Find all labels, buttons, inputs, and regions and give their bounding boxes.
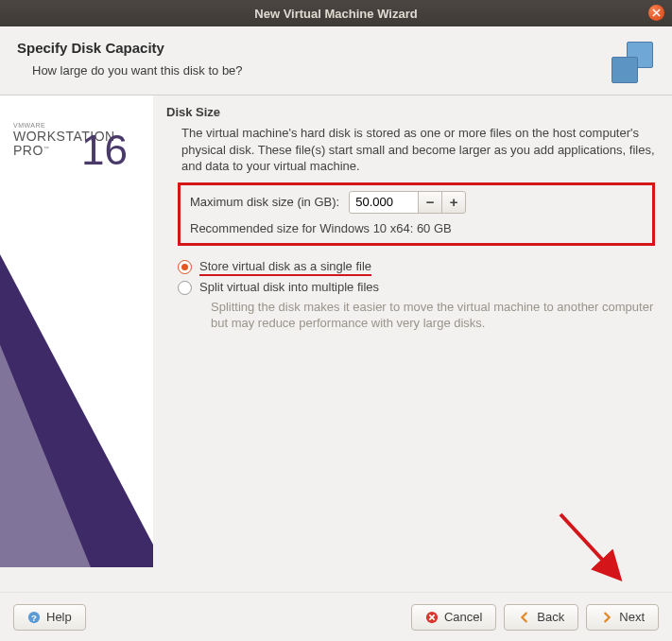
window-title: New Virtual Machine Wizard [254,7,417,21]
cancel-icon [425,611,439,624]
wizard-header: Specify Disk Capacity How large do you w… [0,26,672,95]
svg-text:?: ? [31,612,37,622]
sidebar-brand: VMWARE WORKSTATION PRO™ 16 [0,95,153,567]
radio-single-label: Store virtual disk as a single file [199,259,371,276]
back-button[interactable]: Back [504,604,578,631]
recommended-size: Recommended size for Windows 10 x64: 60 … [190,221,643,235]
page-title: Specify Disk Capacity [17,40,243,56]
max-size-label: Maximum disk size (in GB): [190,195,339,209]
increase-button[interactable]: + [441,191,466,214]
chevron-right-icon [600,611,613,624]
close-button[interactable] [648,5,664,21]
radio-single-file[interactable]: Store virtual disk as a single file [178,259,655,276]
section-description: The virtual machine's hard disk is store… [181,125,655,175]
disk-size-stepper: − + [349,191,466,214]
decrease-button[interactable]: − [418,191,442,214]
content-panel: Disk Size The virtual machine's hard dis… [153,95,672,567]
radio-split-label: Split virtual disk into multiple files [199,280,379,294]
radio-icon [178,281,192,295]
close-icon [652,9,661,17]
disk-icon [610,40,655,85]
chevron-left-icon [518,611,531,624]
disk-size-input[interactable] [349,191,419,214]
cancel-button[interactable]: Cancel [411,604,496,631]
brand-line3: PRO [13,144,43,158]
main-area: VMWARE WORKSTATION PRO™ 16 Disk Size The… [0,95,672,567]
radio-split-files[interactable]: Split virtual disk into multiple files [178,280,655,295]
titlebar: New Virtual Machine Wizard [0,0,672,26]
storage-options: Store virtual disk as a single file Spli… [178,259,655,332]
help-icon: ? [27,611,41,624]
split-help-text: Splitting the disk makes it easier to mo… [211,299,655,332]
brand-version: 16 [81,128,128,173]
wizard-footer: ? Help Cancel Back Next [0,592,672,641]
help-button[interactable]: ? Help [13,604,86,631]
page-subtitle: How large do you want this disk to be? [32,63,243,78]
disk-size-box: Maximum disk size (in GB): − + Recommend… [178,182,655,246]
next-button[interactable]: Next [586,604,659,631]
radio-icon [178,260,192,274]
section-title: Disk Size [166,105,655,119]
